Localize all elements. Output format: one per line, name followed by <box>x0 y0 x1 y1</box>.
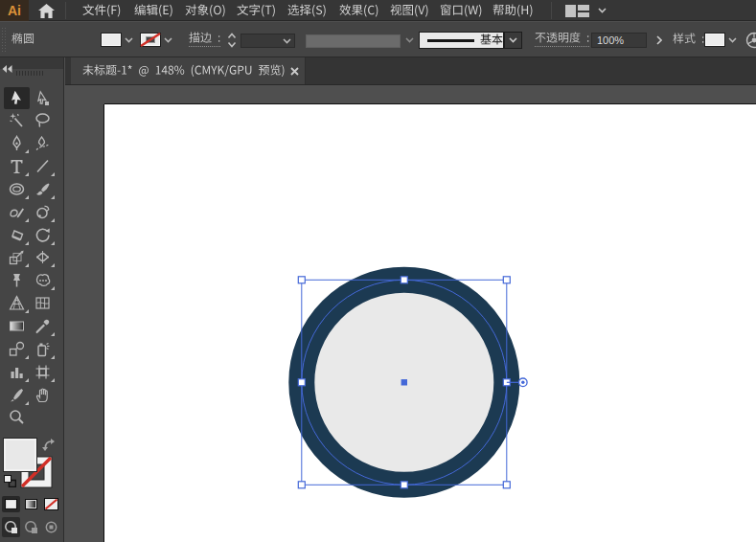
pen-tool[interactable] <box>4 132 30 154</box>
workspace-switcher[interactable] <box>565 3 621 18</box>
style-label <box>673 22 704 56</box>
menu-select[interactable] <box>287 0 327 21</box>
draw-mode-buttons <box>0 517 59 538</box>
flyout-triangle-icon <box>51 286 55 290</box>
home-icon[interactable] <box>34 2 57 19</box>
chevron-down-icon <box>598 8 607 13</box>
fill-chevron-icon[interactable] <box>123 33 134 47</box>
scale-tool[interactable] <box>4 246 30 268</box>
none-button[interactable] <box>42 496 60 512</box>
document-tab[interactable] <box>71 57 306 84</box>
stroke-weight-dropdown[interactable] <box>241 34 295 48</box>
menu-edit[interactable] <box>134 0 173 21</box>
tab-close-icon[interactable] <box>288 65 300 77</box>
brush-definition-value <box>480 34 503 47</box>
stroke-weight-stepper[interactable] <box>226 32 238 53</box>
selection-tool[interactable] <box>4 87 30 109</box>
menu-help[interactable] <box>493 0 534 21</box>
flyout-triangle-icon <box>25 263 29 267</box>
menu-object[interactable] <box>185 0 226 21</box>
direct-selection-tool[interactable] <box>30 87 56 109</box>
stroke-weight-label[interactable] <box>189 22 220 56</box>
blob-brush-tool[interactable] <box>30 201 56 223</box>
document-tab-bar <box>65 57 756 85</box>
width-tool[interactable] <box>30 246 56 268</box>
draw-normal-button[interactable] <box>2 517 20 537</box>
selection-handle[interactable] <box>298 482 305 488</box>
artboard-tool[interactable] <box>30 361 56 383</box>
opacity-input[interactable]: 100% <box>591 33 647 48</box>
brush-definition-chevron[interactable] <box>504 32 522 49</box>
graphic-style-swatch[interactable] <box>704 33 725 47</box>
blend-tool[interactable] <box>4 338 30 360</box>
flyout-triangle-icon <box>51 332 55 336</box>
menu-file[interactable] <box>82 0 121 21</box>
line-segment-tool[interactable] <box>30 155 56 177</box>
shape-builder-tool[interactable] <box>30 269 56 291</box>
puppet-warp-tool[interactable] <box>4 269 30 291</box>
color-swatch <box>5 499 17 509</box>
menubar-separator-2 <box>551 2 552 19</box>
opacity-flyout-arrow[interactable] <box>653 34 666 47</box>
flyout-triangle-icon <box>51 195 55 199</box>
menu-type[interactable] <box>237 0 276 21</box>
menu-view[interactable] <box>390 0 429 21</box>
paintbrush-tool[interactable] <box>30 178 56 200</box>
flyout-triangle-icon <box>25 241 29 245</box>
style-chevron-icon[interactable] <box>726 33 738 47</box>
ellipse-tool[interactable] <box>4 178 30 200</box>
stroke-color-swatch[interactable] <box>140 33 161 47</box>
stroke-chevron-icon[interactable] <box>162 33 173 47</box>
canvas-area[interactable] <box>65 86 756 542</box>
draw-behind-button[interactable] <box>22 517 40 537</box>
hand-tool[interactable] <box>30 384 56 406</box>
default-fill-stroke-icon[interactable] <box>4 474 16 486</box>
fill-color-swatch[interactable] <box>101 33 122 47</box>
opacity-label[interactable] <box>535 22 589 56</box>
dock-header <box>0 57 63 69</box>
magic-wand-tool[interactable] <box>4 109 30 131</box>
gradient-swatch <box>25 499 37 509</box>
column-graph-tool[interactable] <box>4 361 30 383</box>
paint-buttons <box>0 496 59 513</box>
toolbar-grip[interactable] <box>16 71 43 76</box>
center-point-handle[interactable] <box>401 379 407 385</box>
selection-handle[interactable] <box>298 277 305 283</box>
menu-window[interactable] <box>440 0 483 21</box>
type-tool[interactable] <box>4 155 30 177</box>
flyout-triangle-icon <box>25 172 29 176</box>
selection-handle[interactable] <box>401 482 407 488</box>
slice-tool[interactable] <box>4 384 30 406</box>
symbol-sprayer-tool[interactable] <box>30 338 56 360</box>
eraser-tool[interactable] <box>4 224 30 246</box>
chevron-down-icon <box>283 38 291 44</box>
width-profile-chevron-icon <box>403 33 415 47</box>
draw-inside-button[interactable] <box>42 517 60 537</box>
rotate-tool[interactable] <box>30 224 56 246</box>
zoom-tool[interactable] <box>4 406 30 428</box>
curvature-tool[interactable] <box>30 132 56 154</box>
selection-handle[interactable] <box>401 277 407 283</box>
flyout-triangle-icon <box>51 355 55 359</box>
control-bar: 100% <box>0 22 756 57</box>
workspace-layout-icon <box>565 5 589 17</box>
fill-indicator[interactable] <box>4 439 36 471</box>
app-logo[interactable]: Ai <box>0 0 29 21</box>
lasso-tool[interactable] <box>30 109 56 131</box>
selection-handle[interactable] <box>503 482 510 488</box>
perspective-grid-tool[interactable] <box>4 292 30 314</box>
swap-fill-stroke-icon[interactable] <box>42 438 56 450</box>
selection-handle[interactable] <box>503 277 510 283</box>
gradient-button[interactable] <box>22 496 40 512</box>
color-button[interactable] <box>2 496 20 512</box>
menu-effect[interactable] <box>339 0 379 21</box>
selection-handle[interactable] <box>298 379 305 386</box>
panel-grip[interactable] <box>2 28 7 52</box>
brush-definition-dropdown[interactable] <box>419 32 504 49</box>
shaper-tool[interactable] <box>4 201 30 223</box>
collapse-panel-icon[interactable] <box>2 59 12 77</box>
eyedropper-tool[interactable] <box>30 315 56 337</box>
mesh-tool[interactable] <box>30 292 56 314</box>
recolor-artwork-icon[interactable] <box>745 32 756 49</box>
gradient-tool[interactable] <box>4 315 30 337</box>
